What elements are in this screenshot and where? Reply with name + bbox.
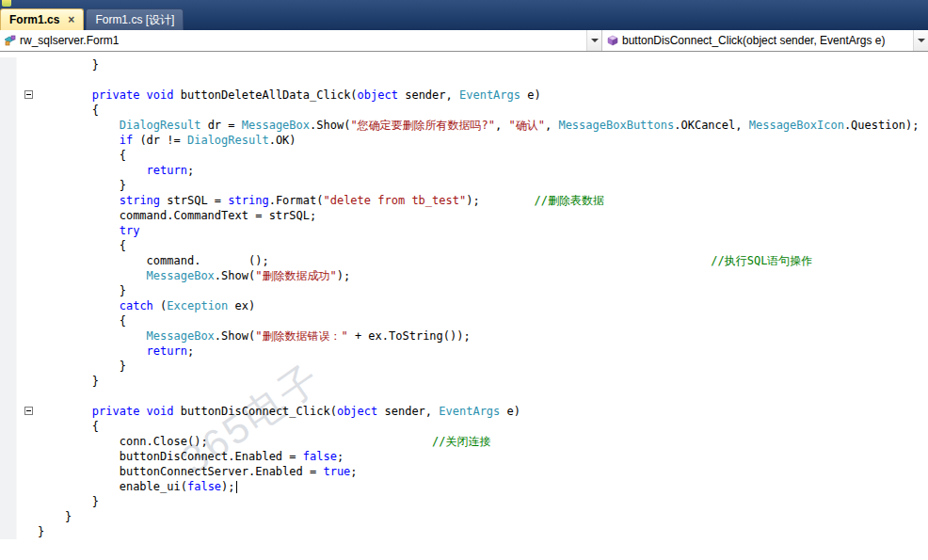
code-line[interactable]: enable_ui(false); xyxy=(0,479,928,494)
fold-marker[interactable] xyxy=(24,407,33,415)
code-line[interactable]: } xyxy=(0,283,928,298)
code-line[interactable] xyxy=(0,72,928,88)
tab-form1-cs[interactable]: Form1.cs × xyxy=(0,8,84,30)
code-token: ; xyxy=(187,344,194,358)
code-token: DialogResult xyxy=(120,119,201,132)
code-token: .Format( xyxy=(269,194,324,207)
code-line[interactable]: MessageBox.Show("删除数据成功"); xyxy=(0,268,928,283)
code-token: "删除数据错误：" xyxy=(255,329,347,343)
code-line[interactable]: { xyxy=(0,103,928,118)
code-line[interactable]: } xyxy=(0,509,928,524)
code-line[interactable]: { xyxy=(0,238,928,253)
code-text: enable_ui(false); xyxy=(36,479,237,494)
code-line[interactable]: } xyxy=(0,494,928,509)
code-line[interactable]: { xyxy=(0,313,928,328)
code-line[interactable]: if (dr != DialogResult.OK) xyxy=(0,133,928,148)
document-tab-bar: Form1.cs × Form1.cs [设计] xyxy=(0,0,928,30)
gutter-cell xyxy=(0,389,36,404)
code-text: return; xyxy=(36,163,194,178)
gutter-cell xyxy=(0,404,36,419)
code-token: catch xyxy=(120,299,153,312)
members-dropdown[interactable]: buttonDisConnect_Click(object sender, Ev… xyxy=(602,30,928,51)
code-text: DialogResult dr = MessageBox.Show("您确定要删… xyxy=(36,118,919,133)
code-text: string strSQL = string.Format("delete fr… xyxy=(36,193,604,208)
code-text: } xyxy=(36,359,126,374)
gutter-cell xyxy=(0,163,36,178)
code-line[interactable]: } xyxy=(0,374,928,389)
gutter-cell xyxy=(0,57,36,72)
code-token: MessageBoxIcon xyxy=(749,119,844,132)
method-icon xyxy=(607,35,618,46)
gutter-cell xyxy=(0,434,36,449)
gutter-cell xyxy=(0,509,36,524)
code-text: } xyxy=(36,283,126,298)
fold-marker[interactable] xyxy=(24,90,33,99)
code-token: buttonDisConnect.Enabled = xyxy=(38,450,303,463)
code-token: e) xyxy=(520,88,541,102)
code-token: MessageBox xyxy=(147,269,215,282)
code-token: private xyxy=(92,88,140,102)
code-line[interactable]: MessageBox.Show("删除数据错误：" + ex.ToString(… xyxy=(0,328,928,344)
code-token: buttonDisConnect_Click( xyxy=(174,405,337,418)
code-line[interactable]: return; xyxy=(0,163,928,178)
code-text: { xyxy=(36,148,126,163)
code-token: command.CommandText = strSQL; xyxy=(38,209,316,222)
code-line[interactable]: buttonConnectServer.Enabled = true; xyxy=(0,464,928,479)
code-token: return xyxy=(147,164,187,177)
code-text: { xyxy=(36,419,99,434)
code-line[interactable]: command.CommandText = strSQL; xyxy=(0,208,928,223)
code-token: , xyxy=(495,119,508,132)
code-line[interactable] xyxy=(0,389,928,404)
code-line[interactable]: private void buttonDeleteAllData_Click(o… xyxy=(0,88,928,103)
code-token xyxy=(38,164,147,177)
code-line[interactable]: catch (Exception ex) xyxy=(0,298,928,313)
code-line[interactable]: try xyxy=(0,223,928,238)
code-token: "您确定要删除所有数据吗?" xyxy=(350,119,495,132)
code-token: enable_ui( xyxy=(38,480,187,493)
code-line[interactable]: { xyxy=(0,148,928,163)
class-icon xyxy=(5,35,16,46)
code-line[interactable]: { xyxy=(0,419,928,434)
chevron-down-icon[interactable] xyxy=(586,30,601,51)
text-caret xyxy=(236,481,237,493)
code-token: } xyxy=(38,360,126,373)
code-token xyxy=(38,269,147,282)
code-token: { xyxy=(38,420,99,433)
code-line[interactable]: buttonDisConnect.Enabled = false; xyxy=(0,449,928,464)
chevron-down-icon[interactable] xyxy=(913,30,928,51)
code-text: { xyxy=(36,313,126,328)
code-line[interactable]: } xyxy=(0,178,928,193)
tab-label: Form1.cs [设计] xyxy=(95,12,174,28)
code-line[interactable]: } xyxy=(0,524,928,539)
code-token: true xyxy=(323,465,350,478)
code-line[interactable]: string strSQL = string.Format("delete fr… xyxy=(0,193,928,208)
code-token: //删除表数据 xyxy=(534,194,603,207)
code-text: private void buttonDisConnect_Click(obje… xyxy=(36,404,520,419)
code-text: MessageBox.Show("删除数据成功"); xyxy=(36,268,350,283)
tab-form1-cs-design[interactable]: Form1.cs [设计] xyxy=(86,8,184,30)
gutter-cell xyxy=(0,298,36,313)
code-line[interactable]: command. (); //执行SQL语句操作 xyxy=(0,253,928,268)
gutter-cell xyxy=(0,88,36,103)
code-line[interactable]: DialogResult dr = MessageBox.Show("您确定要删… xyxy=(0,118,928,133)
code-token: object xyxy=(358,88,398,102)
code-line[interactable]: conn.Close(); //关闭连接 xyxy=(0,434,928,449)
code-token: "delete from tb_test" xyxy=(323,194,466,207)
code-token xyxy=(38,134,120,147)
code-token: string xyxy=(120,194,160,207)
code-token: .Question); xyxy=(844,119,919,132)
gutter-cell xyxy=(0,359,36,374)
code-line[interactable]: return; xyxy=(0,344,928,359)
types-dropdown[interactable]: rw_sqlserver.Form1 xyxy=(0,30,602,51)
code-line[interactable]: } xyxy=(0,57,928,72)
gutter-cell xyxy=(0,449,36,464)
close-icon[interactable]: × xyxy=(68,14,74,25)
code-token: "删除数据成功" xyxy=(255,269,336,282)
code-line[interactable]: } xyxy=(0,359,928,374)
code-line[interactable]: private void buttonDisConnect_Click(obje… xyxy=(0,404,928,419)
code-token: sender, xyxy=(377,405,439,418)
code-editor[interactable]: 365电子 } private void buttonDeleteAllData… xyxy=(0,52,928,560)
code-token: .Show( xyxy=(215,269,255,282)
code-token: buttonConnectServer.Enabled = xyxy=(38,465,323,478)
gutter-cell xyxy=(0,223,36,238)
